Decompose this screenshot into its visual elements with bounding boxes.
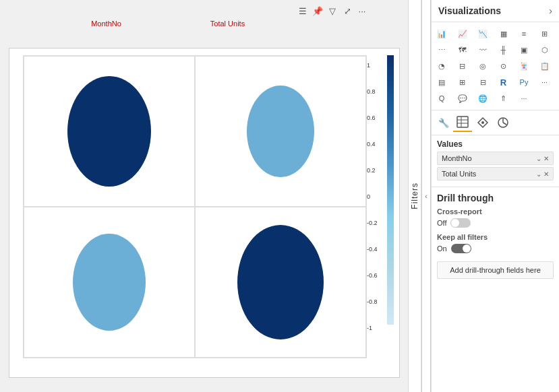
field-totalunits[interactable]: Total Units ⌄ ✕: [437, 167, 554, 181]
main-canvas: ☰ 📌 ▽ ⤢ ··· MonthNo Total Units MonthNo …: [0, 0, 408, 392]
panel-title: Visualizations: [438, 5, 501, 16]
keep-filters-toggle[interactable]: [451, 244, 471, 253]
field-monthno[interactable]: MonthNo ⌄ ✕: [437, 152, 554, 165]
svg-point-1: [247, 86, 314, 177]
viz-key-influencers-icon[interactable]: ⇑: [496, 91, 511, 106]
cross-report-label: Cross-report: [437, 207, 554, 216]
panel-nav-arrow[interactable]: ›: [549, 5, 552, 16]
pin-icon[interactable]: 📌: [312, 5, 323, 16]
cross-report-toggle[interactable]: [450, 218, 471, 228]
viz-r-icon[interactable]: R: [496, 75, 511, 90]
filter-icon[interactable]: ▽: [327, 5, 338, 16]
viz-bar-chart-icon[interactable]: 📊: [434, 26, 449, 41]
more-options-icon[interactable]: ···: [357, 5, 367, 16]
viz-narrative-icon[interactable]: 💬: [455, 91, 470, 106]
viz-filled-map-icon[interactable]: ▣: [517, 42, 531, 57]
chart-toolbar: ☰ 📌 ▽ ⤢ ···: [297, 5, 367, 16]
scale-label-1: 1: [367, 62, 378, 69]
viz-line-cluster-icon[interactable]: 〰: [475, 42, 490, 57]
keep-filters-knob: [463, 244, 471, 253]
analytics-tab-icon: [497, 117, 509, 129]
viz-map-icon[interactable]: 🗺: [455, 42, 470, 57]
color-bar: [387, 55, 394, 325]
format-tabs: 🔧: [432, 110, 559, 135]
scale-label-08: 0.8: [367, 88, 378, 95]
viz-scatter-icon[interactable]: ⋯: [434, 42, 449, 57]
viz-treemap-icon[interactable]: ⊟: [455, 59, 470, 73]
scale-label-n02: -0.2: [367, 220, 378, 226]
viz-ribbon-icon[interactable]: ≡: [517, 26, 531, 41]
cross-report-toggle-row: Off: [437, 218, 554, 228]
keep-filters-toggle-row: On: [437, 244, 554, 253]
collapse-icon: ‹: [425, 193, 427, 200]
add-drillthrough-button[interactable]: Add drill-through fields here: [437, 261, 554, 279]
keep-filters-on-label: On: [437, 244, 447, 253]
color-scale: 1 0.8 0.6 0.4 0.2 0 -0.2 -0.4 -0.6 -0.8 …: [384, 55, 394, 358]
scale-label-04: 0.4: [367, 141, 378, 148]
scale-label-n06: -0.6: [367, 272, 378, 279]
svg-point-3: [237, 225, 324, 339]
viz-slicer-icon[interactable]: ▤: [434, 75, 449, 90]
scale-label-n08: -0.8: [367, 298, 378, 305]
field-totalunits-expand-icon[interactable]: ⌄: [536, 170, 541, 178]
collapse-button[interactable]: ‹: [421, 0, 431, 392]
cell-10: [24, 207, 195, 358]
drill-through-section: Drill through Cross-report Off Keep all …: [432, 187, 559, 284]
cell-01: [195, 56, 366, 207]
scale-label-02: 0.2: [367, 167, 378, 174]
values-tab[interactable]: [453, 113, 472, 132]
viz-gauge-icon[interactable]: ⊙: [496, 59, 511, 73]
scale-label-n1: -1: [367, 325, 378, 331]
panel-header: Visualizations ›: [432, 0, 559, 22]
viz-table-icon[interactable]: ⊞: [455, 75, 470, 90]
bubble-10: [62, 215, 156, 350]
values-label: Values: [437, 139, 554, 149]
field-totalunits-label: Total Units: [442, 170, 476, 178]
viz-pie-icon[interactable]: ◔: [434, 59, 449, 73]
viz-card-icon[interactable]: 🃏: [517, 59, 531, 73]
field-monthno-icons: ⌄ ✕: [536, 155, 549, 162]
viz-line-chart-icon[interactable]: 📉: [475, 26, 490, 41]
drill-through-title: Drill through: [437, 193, 554, 203]
focus-icon[interactable]: ⤢: [342, 5, 353, 16]
viz-qa-icon[interactable]: Q: [434, 91, 449, 106]
field-monthno-expand-icon[interactable]: ⌄: [536, 155, 541, 162]
viz-donut-icon[interactable]: ◎: [475, 59, 490, 73]
chart-wrapper: MonthNo Total Units MonthNo Total Units: [9, 34, 400, 378]
viz-decomp-icon[interactable]: 🌐: [475, 91, 490, 106]
chart-area: 1 0.8 0.6 0.4 0.2 0 -0.2 -0.4 -0.6 -0.8 …: [9, 48, 400, 378]
viz-column-chart-icon[interactable]: 📈: [455, 26, 470, 41]
field-monthno-remove-icon[interactable]: ✕: [543, 155, 549, 162]
viz-matrix-icon[interactable]: ⊟: [475, 75, 490, 90]
viz-funnel-icon[interactable]: ⬡: [537, 42, 552, 57]
svg-point-0: [67, 76, 151, 187]
cell-00: [24, 56, 195, 207]
scale-label-n04: -0.4: [367, 246, 378, 253]
viz-kpi-icon[interactable]: 📋: [537, 59, 552, 73]
paintbrush-tab[interactable]: [473, 113, 492, 132]
cell-11: [195, 207, 366, 358]
analytics-tab[interactable]: [494, 113, 512, 132]
wrench-icon[interactable]: 🔧: [436, 115, 452, 131]
viz-waterfall-icon[interactable]: ⊞: [537, 26, 552, 41]
bubble-01: [233, 64, 328, 199]
filters-label: Filters: [410, 183, 419, 209]
values-tab-icon: [457, 116, 469, 128]
scale-labels: 1 0.8 0.6 0.4 0.2 0 -0.2 -0.4 -0.6 -0.8 …: [367, 62, 378, 331]
viz-icons-grid: 📊 📈 📉 ▦ ≡ ⊞ ⋯ 🗺 〰 ╫ ▣ ⬡ ◔ ⊟ ◎ ⊙ 🃏 📋 ▤ ⊞ …: [432, 22, 559, 110]
viz-more2-icon[interactable]: ···: [517, 91, 531, 106]
viz-combo-icon[interactable]: ╫: [496, 42, 511, 57]
viz-more-icon[interactable]: ···: [537, 75, 552, 90]
menu-icon[interactable]: ☰: [297, 5, 308, 16]
field-totalunits-remove-icon[interactable]: ✕: [543, 170, 549, 178]
field-totalunits-icons: ⌄ ✕: [536, 170, 549, 178]
viz-python-icon[interactable]: Py: [517, 75, 531, 90]
col-header-monthno: MonthNo: [59, 20, 154, 28]
bubble-00: [62, 64, 156, 199]
filters-panel[interactable]: Filters: [408, 0, 421, 392]
bubble-11: [233, 215, 328, 350]
cross-report-off-label: Off: [437, 219, 446, 227]
visualizations-panel: Visualizations › 📊 📈 📉 ▦ ≡ ⊞ ⋯ 🗺 〰 ╫ ▣ ⬡…: [431, 0, 559, 392]
values-section: Values MonthNo ⌄ ✕ Total Units ⌄ ✕: [432, 135, 559, 187]
viz-area-chart-icon[interactable]: ▦: [496, 26, 511, 41]
